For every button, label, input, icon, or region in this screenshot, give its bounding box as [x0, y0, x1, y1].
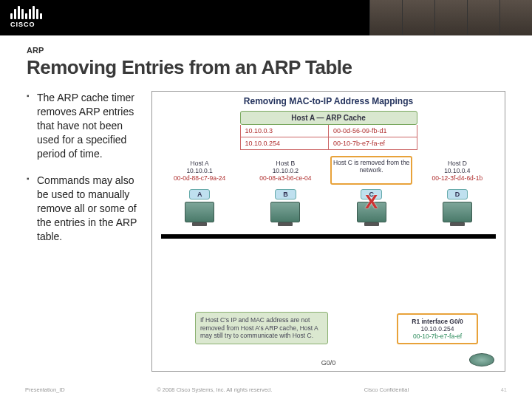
host-info: Host A 10.10.0.1 00-0d-88-c7-9a-24 — [158, 156, 241, 185]
cache-row: 10.10.0.3 00-0d-56-09-fb-d1 — [240, 125, 417, 137]
monitor-icon — [270, 202, 300, 222]
devices-row: A B C X D — [152, 189, 505, 222]
cache-ip: 10.10.0.254 — [241, 137, 330, 149]
logo-text: CISCO — [10, 21, 42, 28]
people-photo-band — [369, 0, 532, 35]
header-band: CISCO — [0, 0, 532, 35]
bullet-item: The ARP cache timer removes ARP entries … — [27, 91, 141, 160]
cache-row: 10.10.0.254 00-10-7b-e7-fa-ef — [240, 137, 417, 150]
bullet-item: Commands may also be used to manually re… — [27, 174, 141, 243]
monitor-icon — [443, 202, 472, 222]
pc-icon: C X — [330, 189, 413, 222]
footer-left: Presentation_ID — [25, 386, 65, 393]
pc-icon: D — [416, 189, 499, 222]
note-box: If Host C's IP and MAC address are not r… — [195, 312, 328, 344]
content-area: ARP Removing Entries from an ARP Table T… — [0, 35, 532, 372]
port-label: G0/0 — [321, 359, 336, 366]
hosts-row: Host A 10.10.0.1 00-0d-88-c7-9a-24 Host … — [152, 156, 505, 185]
bullet-list: The ARP cache timer removes ARP entries … — [27, 91, 141, 372]
cisco-logo: CISCO — [10, 4, 42, 28]
logo-bars-icon — [10, 4, 42, 19]
footer-right: Cisco Confidential — [364, 386, 409, 393]
slide-title: Removing Entries from an ARP Table — [27, 56, 505, 79]
host-info-removed: Host C is removed from the network. — [330, 156, 413, 185]
body-row: The ARP cache timer removes ARP entries … — [27, 91, 505, 372]
pc-icon: B — [245, 189, 327, 222]
cache-header: Host A — ARP Cache — [240, 111, 417, 125]
slide-eyebrow: ARP — [27, 46, 505, 55]
x-mark-icon: X — [365, 191, 378, 214]
arp-cache-box: Host A — ARP Cache 10.10.0.3 00-0d-56-09… — [240, 111, 417, 150]
router-icon — [469, 353, 494, 366]
diagram-panel: Removing MAC-to-IP Address Mappings Host… — [151, 91, 505, 372]
host-info: Host B 10.10.0.2 00-08-a3-b6-ce-04 — [245, 156, 327, 185]
cache-mac: 00-0d-56-09-fb-d1 — [329, 125, 417, 137]
diagram-title: Removing MAC-to-IP Address Mappings — [152, 92, 505, 109]
network-line-icon — [161, 234, 496, 239]
cache-mac: 00-10-7b-e7-fa-ef — [329, 137, 417, 149]
footer: Presentation_ID © 2008 Cisco Systems, In… — [0, 386, 532, 393]
pc-icon: A — [158, 189, 241, 222]
footer-center: © 2008 Cisco Systems, Inc. All rights re… — [157, 386, 272, 393]
host-info: Host D 10.10.0.4 00-12-3f-d4-6d-1b — [416, 156, 499, 185]
monitor-icon — [185, 202, 214, 222]
cache-ip: 10.10.0.3 — [241, 125, 330, 137]
page-number: 41 — [501, 386, 507, 393]
router-info-box: R1 interface G0/0 10.10.0.254 00-10-7b-e… — [397, 313, 478, 344]
